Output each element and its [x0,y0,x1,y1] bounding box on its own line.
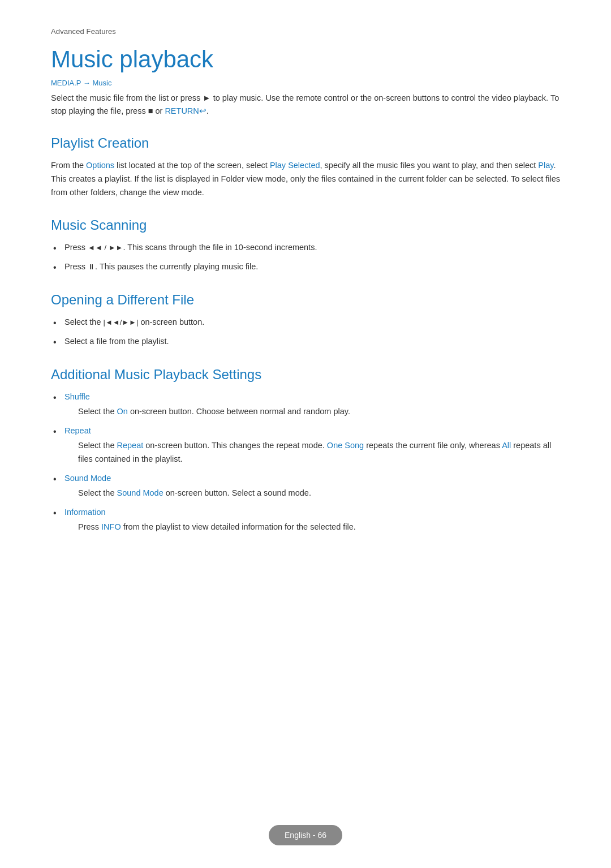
repeat-item: Repeat Select the Repeat on-screen butto… [51,424,560,466]
section-music-scanning: Music Scanning Press ◄◄ / ►►. This scans… [51,217,560,274]
sound-mode-link: Sound Mode [117,488,163,497]
play-selected-link: Play Selected [270,161,320,170]
section-opening-file: Opening a Different File Select the |◄◄/… [51,292,560,349]
shuffle-desc: Select the On on-screen button. Choose b… [64,405,560,419]
playlist-creation-text: From the Options list located at the top… [51,159,560,200]
footer-page-label: English - 66 [269,825,342,845]
info-link: INFO [101,522,121,531]
section-additional-settings: Additional Music Playback Settings Shuff… [51,367,560,534]
shuffle-title: Shuffle [64,392,90,401]
rewind-forward-icon: ◄◄ / ►► [88,243,123,252]
repeat-desc: Select the Repeat on-screen button. This… [64,439,560,466]
opening-item-1: Select the |◄◄/►►| on-screen button. [51,316,560,329]
sound-mode-desc: Select the Sound Mode on-screen button. … [64,487,560,500]
sound-mode-item: Sound Mode Select the Sound Mode on-scre… [51,472,560,500]
information-desc: Press INFO from the playlist to view det… [64,521,560,534]
repeat-title: Repeat [64,426,91,435]
sound-mode-title: Sound Mode [64,474,111,483]
all-link: All [502,441,511,450]
breadcrumb: Advanced Features [51,27,560,36]
options-link: Options [86,161,114,170]
one-song-link: One Song [327,441,364,450]
section-playlist-creation: Playlist Creation From the Options list … [51,135,560,200]
return-link: RETURN↩ [165,106,206,115]
on-link: On [117,407,128,416]
prev-next-icon: |◄◄/►►| [104,318,139,326]
information-title: Information [64,508,106,517]
section-title-opening: Opening a Different File [51,292,560,308]
opening-item-2: Select a file from the playlist. [51,335,560,349]
pause-icon: ⏸ [88,263,95,271]
play-link: Play [538,161,553,170]
intro-paragraph: Select the music file from the list or p… [51,92,560,118]
page-container: Advanced Features Music playback MEDIA.P… [0,0,611,608]
opening-bullets: Select the |◄◄/►►| on-screen button. Sel… [51,316,560,349]
additional-settings-bullets: Shuffle Select the On on-screen button. … [51,390,560,534]
page-title: Music playback [51,46,560,73]
scanning-item-2: Press ⏸. This pauses the currently playi… [51,260,560,274]
scanning-item-1: Press ◄◄ / ►►. This scans through the fi… [51,241,560,255]
repeat-link: Repeat [117,441,144,450]
information-item: Information Press INFO from the playlist… [51,506,560,534]
media-path: MEDIA.P → Music [51,79,560,87]
scanning-bullets: Press ◄◄ / ►►. This scans through the fi… [51,241,560,274]
section-title-playlist: Playlist Creation [51,135,560,151]
shuffle-item: Shuffle Select the On on-screen button. … [51,390,560,419]
section-title-additional: Additional Music Playback Settings [51,367,560,383]
section-title-scanning: Music Scanning [51,217,560,233]
